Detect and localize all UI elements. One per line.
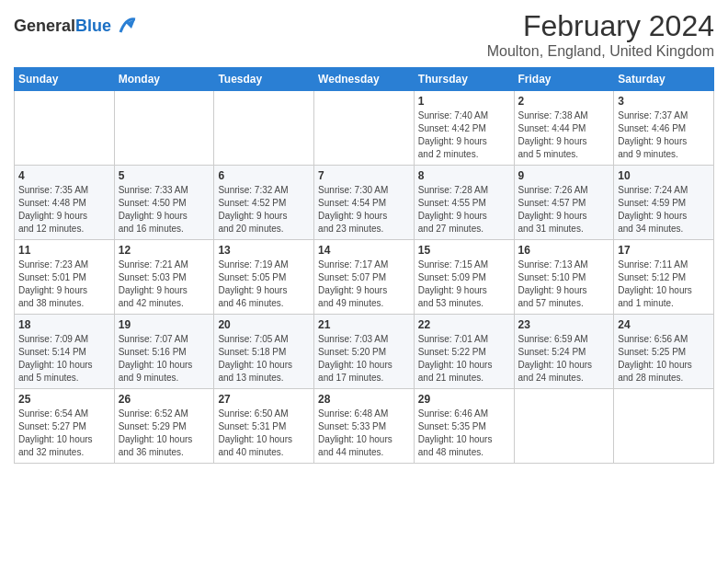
day-number: 8 (418, 169, 510, 182)
day-info: Sunrise: 6:52 AMSunset: 5:29 PMDaylight:… (119, 408, 210, 459)
day-number: 17 (618, 244, 710, 257)
day-number: 1 (418, 95, 510, 108)
table-row: 19Sunrise: 7:07 AMSunset: 5:16 PMDayligh… (114, 315, 214, 389)
table-row: 21Sunrise: 7:03 AMSunset: 5:20 PMDayligh… (314, 315, 415, 389)
day-info: Sunrise: 7:40 AMSunset: 4:42 PMDaylight:… (418, 109, 510, 161)
calendar-table: Sunday Monday Tuesday Wednesday Thursday… (14, 67, 714, 464)
day-info: Sunrise: 7:13 AMSunset: 5:10 PMDaylight:… (518, 259, 610, 310)
day-info: Sunrise: 7:24 AMSunset: 4:59 PMDaylight:… (618, 184, 710, 236)
day-number: 26 (119, 393, 210, 406)
day-info: Sunrise: 7:19 AMSunset: 5:05 PMDaylight:… (218, 259, 310, 310)
day-info: Sunrise: 7:05 AMSunset: 5:18 PMDaylight:… (218, 333, 310, 385)
day-number: 5 (119, 169, 210, 182)
day-info: Sunrise: 7:03 AMSunset: 5:20 PMDaylight:… (318, 333, 410, 385)
title-section: February 2024 Moulton, England, United K… (487, 9, 714, 60)
main-title: February 2024 (487, 9, 714, 43)
day-number: 28 (318, 393, 410, 406)
subtitle: Moulton, England, United Kingdom (487, 43, 714, 60)
table-row: 18Sunrise: 7:09 AMSunset: 5:14 PMDayligh… (15, 315, 115, 389)
day-info: Sunrise: 7:37 AMSunset: 4:46 PMDaylight:… (618, 109, 710, 161)
table-row: 7Sunrise: 7:30 AMSunset: 4:54 PMDaylight… (314, 166, 415, 240)
day-number: 15 (418, 244, 510, 257)
table-row: 25Sunrise: 6:54 AMSunset: 5:27 PMDayligh… (15, 389, 115, 464)
day-info: Sunrise: 7:09 AMSunset: 5:14 PMDaylight:… (18, 333, 110, 385)
table-row: 27Sunrise: 6:50 AMSunset: 5:31 PMDayligh… (214, 389, 314, 464)
table-row: 3Sunrise: 7:37 AMSunset: 4:46 PMDaylight… (614, 91, 714, 166)
table-row: 2Sunrise: 7:38 AMSunset: 4:44 PMDaylight… (514, 91, 614, 166)
table-row: 20Sunrise: 7:05 AMSunset: 5:18 PMDayligh… (214, 315, 314, 389)
col-friday: Friday (514, 68, 614, 91)
day-number: 23 (518, 318, 610, 331)
table-row (15, 91, 115, 166)
page-header: GeneralBlue February 2024 Moulton, Engla… (14, 9, 714, 60)
table-row: 10Sunrise: 7:24 AMSunset: 4:59 PMDayligh… (614, 166, 714, 240)
day-number: 24 (618, 318, 710, 331)
logo-icon (113, 14, 139, 40)
table-row: 23Sunrise: 6:59 AMSunset: 5:24 PMDayligh… (514, 315, 614, 389)
logo-text: GeneralBlue (14, 17, 111, 36)
calendar-header: Sunday Monday Tuesday Wednesday Thursday… (15, 68, 714, 91)
day-number: 9 (518, 169, 610, 182)
day-number: 25 (18, 393, 110, 406)
day-number: 10 (618, 169, 710, 182)
day-info: Sunrise: 6:56 AMSunset: 5:25 PMDaylight:… (618, 333, 710, 385)
table-row (214, 91, 314, 166)
table-row: 13Sunrise: 7:19 AMSunset: 5:05 PMDayligh… (214, 240, 314, 315)
day-info: Sunrise: 7:01 AMSunset: 5:22 PMDaylight:… (418, 333, 510, 385)
day-info: Sunrise: 6:54 AMSunset: 5:27 PMDaylight:… (18, 408, 110, 459)
col-wednesday: Wednesday (314, 68, 415, 91)
table-row: 11Sunrise: 7:23 AMSunset: 5:01 PMDayligh… (15, 240, 115, 315)
day-number: 27 (218, 393, 310, 406)
col-monday: Monday (114, 68, 214, 91)
day-number: 2 (518, 95, 610, 108)
col-thursday: Thursday (414, 68, 514, 91)
day-number: 16 (518, 244, 610, 257)
day-info: Sunrise: 7:11 AMSunset: 5:12 PMDaylight:… (618, 259, 710, 310)
table-row (514, 389, 614, 464)
col-sunday: Sunday (15, 68, 115, 91)
table-row: 15Sunrise: 7:15 AMSunset: 5:09 PMDayligh… (414, 240, 514, 315)
day-info: Sunrise: 7:38 AMSunset: 4:44 PMDaylight:… (518, 109, 610, 161)
day-info: Sunrise: 7:28 AMSunset: 4:55 PMDaylight:… (418, 184, 510, 236)
day-number: 22 (418, 318, 510, 331)
table-row: 22Sunrise: 7:01 AMSunset: 5:22 PMDayligh… (414, 315, 514, 389)
day-number: 21 (318, 318, 410, 331)
day-number: 18 (18, 318, 110, 331)
calendar-body: 1Sunrise: 7:40 AMSunset: 4:42 PMDaylight… (15, 91, 714, 464)
table-row: 9Sunrise: 7:26 AMSunset: 4:57 PMDaylight… (514, 166, 614, 240)
table-row: 4Sunrise: 7:35 AMSunset: 4:48 PMDaylight… (15, 166, 115, 240)
table-row: 17Sunrise: 7:11 AMSunset: 5:12 PMDayligh… (614, 240, 714, 315)
day-info: Sunrise: 7:23 AMSunset: 5:01 PMDaylight:… (18, 259, 110, 310)
table-row: 12Sunrise: 7:21 AMSunset: 5:03 PMDayligh… (114, 240, 214, 315)
day-number: 3 (618, 95, 710, 108)
day-number: 6 (218, 169, 310, 182)
day-info: Sunrise: 7:26 AMSunset: 4:57 PMDaylight:… (518, 184, 610, 236)
table-row: 14Sunrise: 7:17 AMSunset: 5:07 PMDayligh… (314, 240, 415, 315)
day-info: Sunrise: 7:21 AMSunset: 5:03 PMDaylight:… (119, 259, 210, 310)
table-row: 24Sunrise: 6:56 AMSunset: 5:25 PMDayligh… (614, 315, 714, 389)
day-info: Sunrise: 6:50 AMSunset: 5:31 PMDaylight:… (218, 408, 310, 459)
day-info: Sunrise: 7:35 AMSunset: 4:48 PMDaylight:… (18, 184, 110, 236)
day-info: Sunrise: 6:46 AMSunset: 5:35 PMDaylight:… (418, 408, 510, 459)
col-tuesday: Tuesday (214, 68, 314, 91)
day-number: 14 (318, 244, 410, 257)
table-row: 26Sunrise: 6:52 AMSunset: 5:29 PMDayligh… (114, 389, 214, 464)
day-info: Sunrise: 7:17 AMSunset: 5:07 PMDaylight:… (318, 259, 410, 310)
day-number: 19 (119, 318, 210, 331)
day-info: Sunrise: 6:59 AMSunset: 5:24 PMDaylight:… (518, 333, 610, 385)
table-row: 1Sunrise: 7:40 AMSunset: 4:42 PMDaylight… (414, 91, 514, 166)
day-info: Sunrise: 7:33 AMSunset: 4:50 PMDaylight:… (119, 184, 210, 236)
day-info: Sunrise: 7:07 AMSunset: 5:16 PMDaylight:… (119, 333, 210, 385)
day-number: 12 (119, 244, 210, 257)
table-row (114, 91, 214, 166)
day-info: Sunrise: 7:32 AMSunset: 4:52 PMDaylight:… (218, 184, 310, 236)
day-number: 20 (218, 318, 310, 331)
day-number: 11 (18, 244, 110, 257)
table-row: 28Sunrise: 6:48 AMSunset: 5:33 PMDayligh… (314, 389, 415, 464)
table-row: 6Sunrise: 7:32 AMSunset: 4:52 PMDaylight… (214, 166, 314, 240)
logo: GeneralBlue (14, 14, 139, 40)
table-row (614, 389, 714, 464)
day-info: Sunrise: 6:48 AMSunset: 5:33 PMDaylight:… (318, 408, 410, 459)
table-row (314, 91, 415, 166)
day-number: 29 (418, 393, 510, 406)
